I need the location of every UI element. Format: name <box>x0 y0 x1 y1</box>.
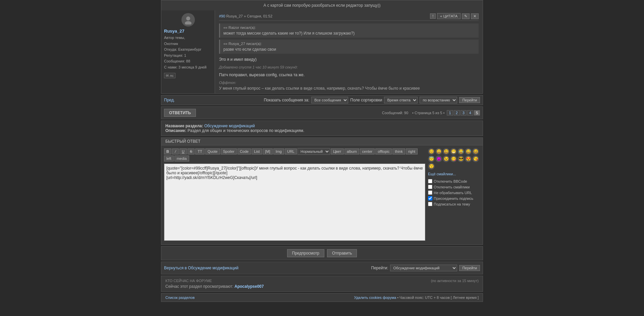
smiley-5[interactable]: 😂 <box>458 148 464 155</box>
smiley-6[interactable]: 😅 <box>465 148 472 155</box>
quote-author-2: «« Rusya_27 писал(а): <box>223 42 475 46</box>
disable-smileys-label[interactable]: Отключить смайлики <box>434 185 470 189</box>
smiley-15[interactable]: 😗 <box>428 163 435 170</box>
smiley-3[interactable]: 😃 <box>443 148 449 155</box>
page-1-link[interactable]: 1 <box>447 110 453 116</box>
timezone-text: Часовой пояс: UTC + 8 часов [ Летнее вре… <box>399 296 479 300</box>
section-name-link[interactable]: Обсуждение модификаций <box>204 124 255 128</box>
pm-link[interactable]: ✉ лс <box>164 73 212 78</box>
smiley-10[interactable]: 😉 <box>443 155 449 162</box>
no-url-label[interactable]: Не обрабатывать URL <box>434 191 472 195</box>
no-url-checkbox[interactable] <box>428 190 432 195</box>
smiley-1[interactable]: 😊 <box>428 148 435 155</box>
send-button[interactable]: Отправить <box>327 249 357 257</box>
spoiler-button[interactable]: Spoiler <box>221 148 237 154</box>
quote-button[interactable]: « ЦИТАТА <box>437 13 461 19</box>
smileys-area: 😊 😄 😃 😁 😂 😅 😆 😇 😈 😉 😋 😎 😍 😘 😗 <box>428 148 480 242</box>
page-2-link[interactable]: 2 <box>454 110 460 116</box>
code-button[interactable]: Code <box>237 148 251 154</box>
back-link[interactable]: Вернуться в Обсуждение модификаций <box>164 266 238 270</box>
smiley-8[interactable]: 😇 <box>428 155 435 162</box>
sort-label: Поле сортировки <box>350 98 382 102</box>
no-url-option: Не обрабатывать URL <box>428 190 480 195</box>
sort-select[interactable]: Время ответа <box>384 97 418 103</box>
subscribe-option: Подписаться на тему <box>428 202 480 206</box>
smiley-9[interactable]: 😈 <box>435 155 442 162</box>
list-button[interactable]: List <box>252 148 262 154</box>
pagination: Сообщений: 90 • Страница 5 из 5 • 1 2 3 … <box>380 110 480 116</box>
disable-bbcode-label[interactable]: Отключить BBCode <box>434 179 467 183</box>
page-5-current: 5 <box>474 110 480 116</box>
quote-text-1: может тогда миссии сделать какие ни то?)… <box>223 31 475 36</box>
author-info: Автор темы, Охотник Откуда: Екатеринбург… <box>164 35 212 71</box>
quick-reply-section: БЫСТРЫЙ ОТВЕТ B / U S TT Quote Spoiler C… <box>161 137 483 245</box>
m-button[interactable]: [M] <box>263 148 272 154</box>
post-meta: #90 Rusya_27 » Сегодня, 01:52 ! « ЦИТАТА… <box>219 13 479 21</box>
italic-button[interactable]: / <box>172 148 179 154</box>
smiley-14[interactable]: 😘 <box>472 155 479 162</box>
disable-smileys-checkbox[interactable] <box>428 185 432 189</box>
footer-bar: Список разделов Удалить cookies форума •… <box>161 293 483 302</box>
more-smileys-link[interactable]: Ещё смайлики... <box>428 172 456 176</box>
tt-button[interactable]: TT <box>195 148 204 154</box>
post-author-link: Rusya_27 <box>226 14 243 18</box>
album-button[interactable]: album <box>344 148 359 154</box>
page-3-link[interactable]: 3 <box>461 110 467 116</box>
url-button[interactable]: URL <box>285 148 297 154</box>
smileys-grid: 😊 😄 😃 😁 😂 😅 😆 😇 😈 😉 😋 😎 😍 😘 😗 <box>428 148 480 170</box>
right-button[interactable]: right <box>406 148 418 154</box>
post-number-link[interactable]: #90 <box>219 14 225 18</box>
delete-button[interactable]: ✕ <box>471 13 479 19</box>
bold-button[interactable]: B <box>164 148 171 154</box>
offtopic-button[interactable]: offtopic <box>375 148 392 154</box>
page-4-link[interactable]: 4 <box>467 110 473 116</box>
go-button[interactable]: Перейти <box>459 97 480 103</box>
nav-bar: Пред. Показать сообщения за: Все сообщен… <box>161 95 483 105</box>
author-name[interactable]: Rusya_27 <box>164 29 212 34</box>
media-button[interactable]: media <box>174 155 189 162</box>
smiley-11[interactable]: 😋 <box>450 155 457 162</box>
post-text: Это я и имел ввиду) <box>219 56 479 62</box>
quote-text-2: разве что если сделаю свои <box>223 47 475 52</box>
post-flag-button[interactable]: ! <box>430 13 436 19</box>
smiley-4[interactable]: 😁 <box>450 148 457 155</box>
goto-area: Перейти: Обсуждение модификаций Перейти <box>371 265 480 271</box>
delete-cookies-link[interactable]: Удалить cookies форума <box>354 296 396 300</box>
center-button[interactable]: center <box>360 148 375 154</box>
subscribe-label[interactable]: Подписаться на тему <box>434 202 470 206</box>
back-nav: Вернуться в Обсуждение модификаций Перей… <box>161 262 483 274</box>
strikethrough-button[interactable]: S <box>187 148 195 154</box>
smiley-13[interactable]: 😍 <box>465 155 472 162</box>
quote-toolbar-button[interactable]: Quote <box>205 148 220 154</box>
think-button[interactable]: think <box>392 148 405 154</box>
color-button[interactable]: Цвет <box>331 148 344 154</box>
show-messages-label: Показать сообщения за: <box>264 98 309 102</box>
attach-sig-label[interactable]: Присоединить подпись <box>434 196 473 200</box>
section-desc-value: Раздел для общих и технических вопросов … <box>187 128 304 133</box>
smiley-12[interactable]: 😎 <box>458 155 464 162</box>
edit-button[interactable]: ✎ <box>462 13 470 19</box>
left-button[interactable]: left <box>164 155 174 162</box>
quote-block-1: «« Raizor писал(а): может тогда миссии с… <box>219 24 479 38</box>
page-info: • Страница 5 из 5 • <box>411 110 446 115</box>
smiley-7[interactable]: 😆 <box>472 148 479 155</box>
goto-button[interactable]: Перейти <box>459 265 480 271</box>
reply-textarea[interactable]: [quote="[color=#99ccff]Rusya_27[/color]"… <box>164 164 425 241</box>
goto-select[interactable]: Обсуждение модификаций <box>390 265 457 271</box>
underline-button[interactable]: U <box>179 148 187 154</box>
smiley-2[interactable]: 😄 <box>435 148 442 155</box>
disable-bbcode-checkbox[interactable] <box>428 179 432 183</box>
order-select[interactable]: по возрастанию <box>420 97 457 103</box>
online-user-link[interactable]: Apocalypse007 <box>234 284 264 289</box>
subscribe-checkbox[interactable] <box>428 202 432 206</box>
prev-link[interactable]: Пред. <box>164 98 175 102</box>
attach-sig-checkbox[interactable] <box>428 196 432 200</box>
style-select[interactable]: Нормальный <box>298 148 330 155</box>
show-messages-select[interactable]: Все сообщения <box>311 97 348 103</box>
reply-button[interactable]: ОТВЕТИТЬ <box>164 109 196 117</box>
preview-button[interactable]: Предпросмотр <box>287 249 324 257</box>
img-button[interactable]: Img <box>273 148 284 154</box>
sections-link[interactable]: Список разделов <box>165 296 195 300</box>
disable-smileys-option: Отключить смайлики <box>428 185 480 189</box>
post-added-content: Патч поправил, вырезав config, ссылка та… <box>219 72 479 78</box>
